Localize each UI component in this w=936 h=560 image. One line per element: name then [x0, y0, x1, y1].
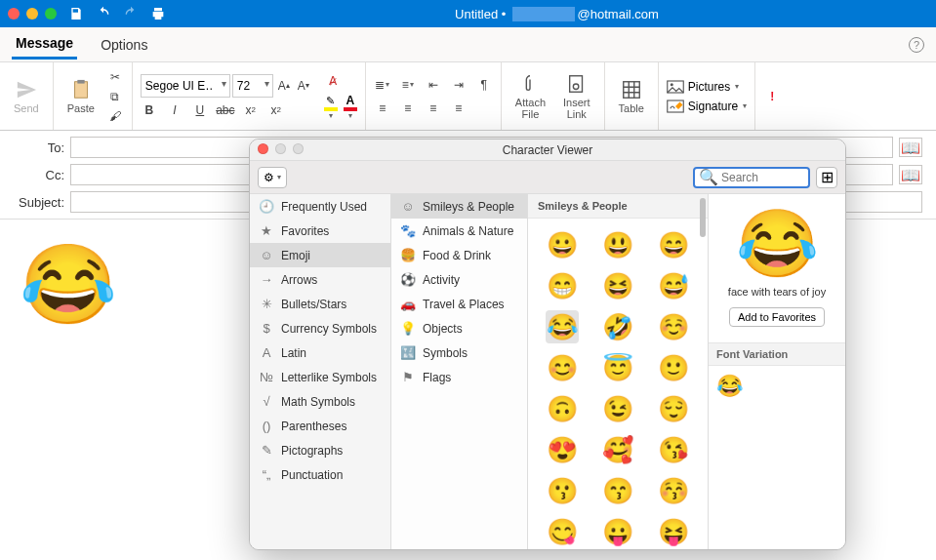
cv-search-field[interactable]: 🔍	[693, 167, 810, 188]
zoom-window-icon[interactable]	[45, 8, 57, 20]
emoji-cell[interactable]: 😁	[546, 269, 579, 302]
cv-minimize-icon[interactable]	[275, 143, 286, 154]
align-left-icon[interactable]: ≡	[374, 100, 391, 117]
increase-font-icon[interactable]: A▴	[275, 77, 293, 95]
decrease-indent-icon[interactable]: ⇤	[425, 76, 442, 94]
copy-icon[interactable]: ⧉	[106, 88, 124, 105]
close-window-icon[interactable]	[8, 8, 20, 20]
font-name-select[interactable]	[141, 74, 230, 98]
cv-category-item[interactable]: ✳Bullets/Stars	[250, 292, 390, 316]
paste-button[interactable]: Paste	[61, 77, 101, 116]
increase-indent-icon[interactable]: ⇥	[450, 76, 468, 94]
emoji-cell[interactable]: 😀	[546, 228, 579, 261]
emoji-cell[interactable]: 🤣	[601, 310, 634, 343]
cv-category-list: 🕘Frequently Used★Favorites☺Emoji→Arrows✳…	[250, 194, 391, 549]
pictures-button[interactable]: Pictures▾	[667, 80, 747, 94]
emoji-cell[interactable]: 😅	[657, 269, 690, 302]
underline-icon[interactable]: U	[191, 101, 209, 119]
emoji-cell[interactable]: ☺️	[657, 310, 690, 343]
cv-category-item[interactable]: “„Punctuation	[250, 462, 390, 487]
cv-gear-menu[interactable]: ⚙▾	[258, 167, 287, 188]
cv-search-input[interactable]	[721, 171, 799, 184]
cv-category-item[interactable]: ALatin	[250, 340, 390, 365]
cc-address-book-icon[interactable]: 📖	[899, 165, 922, 184]
emoji-cell[interactable]: 😃	[601, 228, 634, 261]
emoji-cell[interactable]: 😇	[601, 351, 634, 384]
font-color-button[interactable]: A▾	[344, 94, 357, 120]
cv-subcategory-item[interactable]: 💡Objects	[391, 316, 527, 340]
emoji-cell[interactable]: 😋	[546, 515, 579, 548]
cv-category-item[interactable]: →Arrows	[250, 267, 390, 292]
emoji-cell[interactable]: 😝	[657, 515, 690, 548]
align-right-icon[interactable]: ≡	[425, 100, 442, 117]
table-button[interactable]: Table	[613, 77, 650, 116]
bullets-icon[interactable]: ≣▾	[374, 76, 391, 94]
cv-subcategory-item[interactable]: ⚑Flags	[391, 365, 527, 389]
cv-subcategory-item[interactable]: ☺Smileys & People	[391, 194, 527, 219]
clear-formatting-icon[interactable]: A̷	[324, 72, 342, 90]
numbering-icon[interactable]: ≡▾	[399, 76, 417, 94]
emoji-cell[interactable]: 🥰	[601, 433, 634, 466]
cv-subcategory-item[interactable]: 🔣Symbols	[391, 340, 527, 365]
cv-subcategory-item[interactable]: ⚽Activity	[391, 267, 527, 292]
decrease-font-icon[interactable]: A▾	[295, 77, 312, 95]
italic-icon[interactable]: I	[166, 101, 183, 119]
format-painter-icon[interactable]: 🖌	[106, 107, 124, 125]
send-button[interactable]: Send	[8, 77, 45, 116]
bold-icon[interactable]: B	[141, 101, 158, 119]
cv-subcategory-item[interactable]: 🍔Food & Drink	[391, 243, 527, 267]
emoji-cell[interactable]: 🙃	[546, 392, 579, 425]
cut-icon[interactable]: ✂	[106, 68, 124, 86]
subscript-icon[interactable]: x2	[242, 101, 260, 119]
help-icon[interactable]: ?	[909, 37, 924, 53]
cv-category-item[interactable]: √Math Symbols	[250, 389, 390, 414]
cv-zoom-icon[interactable]	[293, 143, 304, 154]
highlight-color-button[interactable]: ✎▾	[324, 95, 338, 120]
cv-category-item[interactable]: ()Parentheses	[250, 414, 390, 438]
tab-options[interactable]: Options	[97, 31, 151, 59]
insert-link-button[interactable]: Insert Link	[557, 71, 596, 122]
strikethrough-icon[interactable]: abc	[217, 101, 234, 119]
cv-category-item[interactable]: $Currency Symbols	[250, 316, 390, 340]
cv-category-item[interactable]: 🕘Frequently Used	[250, 194, 390, 219]
cv-category-item[interactable]: ★Favorites	[250, 219, 390, 243]
emoji-cell[interactable]: 😘	[657, 433, 690, 466]
save-icon[interactable]	[68, 6, 84, 21]
cv-variation-emoji[interactable]: 😂	[709, 366, 845, 407]
paragraph-marks-icon[interactable]: ¶	[475, 76, 493, 94]
superscript-icon[interactable]: x2	[267, 101, 285, 119]
cv-scrollbar[interactable]	[700, 198, 706, 237]
priority-high-icon[interactable]: !	[763, 88, 781, 105]
add-to-favorites-button[interactable]: Add to Favorites	[729, 307, 825, 327]
emoji-cell[interactable]: 🙂	[657, 351, 690, 384]
to-address-book-icon[interactable]: 📖	[899, 138, 922, 157]
emoji-cell[interactable]: 😙	[601, 474, 634, 507]
align-center-icon[interactable]: ≡	[399, 100, 417, 117]
cv-category-item[interactable]: ☺Emoji	[250, 243, 390, 267]
cv-category-item[interactable]: №Letterlike Symbols	[250, 365, 390, 389]
emoji-cell[interactable]: 😆	[601, 269, 634, 302]
emoji-cell[interactable]: 😛	[601, 515, 634, 548]
emoji-cell[interactable]: 😄	[657, 228, 690, 261]
print-icon[interactable]	[150, 6, 166, 21]
justify-icon[interactable]: ≡	[450, 100, 468, 117]
attach-file-button[interactable]: Attach File	[509, 71, 551, 122]
cv-subcategory-item[interactable]: 🐾Animals & Nature	[391, 219, 527, 243]
emoji-cell[interactable]: 😌	[657, 392, 690, 425]
minimize-window-icon[interactable]	[26, 8, 38, 20]
undo-icon[interactable]	[96, 6, 111, 21]
emoji-cell[interactable]: 😉	[601, 392, 634, 425]
emoji-cell[interactable]: 😗	[546, 474, 579, 507]
emoji-cell[interactable]: 😊	[546, 351, 579, 384]
cv-close-icon[interactable]	[258, 143, 268, 154]
font-size-select[interactable]	[232, 74, 273, 98]
tab-message[interactable]: Message	[12, 29, 77, 60]
emoji-cell[interactable]: 😚	[657, 474, 690, 507]
cv-subcategory-item[interactable]: 🚗Travel & Places	[391, 292, 527, 316]
signature-button[interactable]: Signature▾	[667, 100, 747, 113]
emoji-cell[interactable]: 😂	[546, 310, 579, 343]
emoji-cell[interactable]: 😍	[546, 433, 579, 466]
redo-icon[interactable]	[123, 6, 139, 21]
cv-layout-toggle-icon[interactable]: ⊞	[816, 167, 837, 188]
cv-category-item[interactable]: ✎Pictographs	[250, 438, 390, 462]
